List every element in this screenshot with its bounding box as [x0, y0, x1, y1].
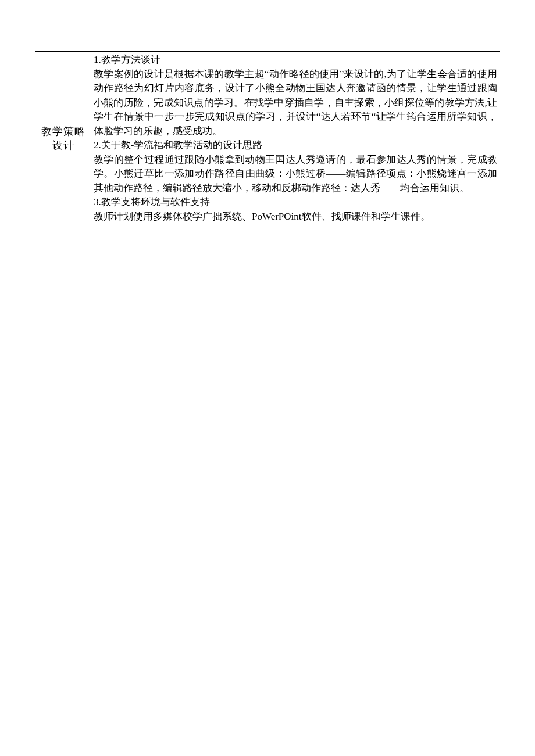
- row-label: 教学策略设计: [41, 126, 85, 151]
- table-row: 教学策略设计 1.教学方法谈计 教学案例的设计是根据本课的教学主超“动作略径的使…: [35, 52, 500, 225]
- section-body-3: 教师计划使用多媒体校学广拙系统、PoWerPOint软件、找师课件和学生课件。: [94, 210, 497, 224]
- row-label-cell: 教学策略设计: [35, 52, 91, 225]
- row-content-cell: 1.教学方法谈计 教学案例的设计是根据本课的教学主超“动作略径的使用”来设计的,…: [91, 52, 500, 225]
- section-heading-2: 2.关于教-学流福和教学活动的设计思路: [94, 138, 497, 153]
- section-body-2: 教学的整个过程通过跟随小熊拿到动物王国达人秀邀请的，最石参加达人秀的情景，完成教…: [94, 153, 497, 196]
- lesson-plan-table: 教学策略设计 1.教学方法谈计 教学案例的设计是根据本课的教学主超“动作略径的使…: [35, 51, 500, 225]
- section-heading-3: 3.教学支将环境与软件支持: [94, 195, 497, 210]
- section-body-1: 教学案例的设计是根据本课的教学主超“动作略径的使用”来设计的,为了让学生会合适的…: [94, 67, 497, 139]
- section-heading-1: 1.教学方法谈计: [94, 53, 497, 67]
